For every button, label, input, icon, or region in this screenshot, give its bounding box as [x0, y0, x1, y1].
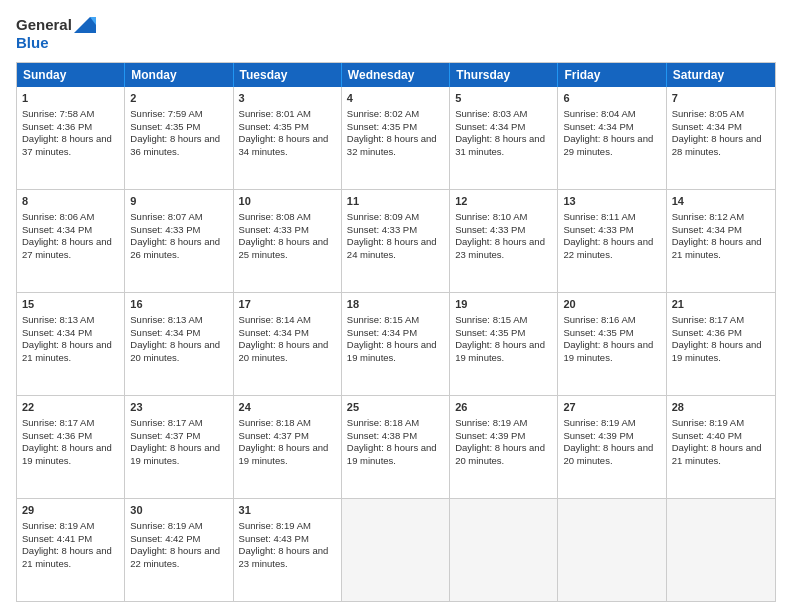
calendar-cell: 29Sunrise: 8:19 AMSunset: 4:41 PMDayligh…: [17, 499, 125, 601]
sunset-text: Sunset: 4:34 PM: [563, 121, 633, 132]
day-number: 31: [239, 503, 336, 518]
header: General Blue: [16, 16, 776, 52]
calendar-cell: 23Sunrise: 8:17 AMSunset: 4:37 PMDayligh…: [125, 396, 233, 498]
calendar-cell: 20Sunrise: 8:16 AMSunset: 4:35 PMDayligh…: [558, 293, 666, 395]
calendar-week: 29Sunrise: 8:19 AMSunset: 4:41 PMDayligh…: [17, 499, 775, 601]
daylight-text: Daylight: 8 hours and 20 minutes.: [130, 339, 220, 363]
day-number: 14: [672, 194, 770, 209]
day-number: 23: [130, 400, 227, 415]
calendar-cell: 11Sunrise: 8:09 AMSunset: 4:33 PMDayligh…: [342, 190, 450, 292]
day-number: 25: [347, 400, 444, 415]
calendar-cell: 24Sunrise: 8:18 AMSunset: 4:37 PMDayligh…: [234, 396, 342, 498]
day-number: 1: [22, 91, 119, 106]
sunrise-text: Sunrise: 8:19 AM: [130, 520, 202, 531]
calendar-cell: 2Sunrise: 7:59 AMSunset: 4:35 PMDaylight…: [125, 87, 233, 189]
calendar-header: SundayMondayTuesdayWednesdayThursdayFrid…: [17, 63, 775, 87]
sunset-text: Sunset: 4:35 PM: [130, 121, 200, 132]
sunset-text: Sunset: 4:35 PM: [347, 121, 417, 132]
calendar-day-header: Thursday: [450, 63, 558, 87]
calendar-cell-empty: [450, 499, 558, 601]
calendar-cell: 7Sunrise: 8:05 AMSunset: 4:34 PMDaylight…: [667, 87, 775, 189]
daylight-text: Daylight: 8 hours and 22 minutes.: [130, 545, 220, 569]
calendar-cell: 1Sunrise: 7:58 AMSunset: 4:36 PMDaylight…: [17, 87, 125, 189]
sunrise-text: Sunrise: 8:01 AM: [239, 108, 311, 119]
daylight-text: Daylight: 8 hours and 21 minutes.: [672, 236, 762, 260]
daylight-text: Daylight: 8 hours and 24 minutes.: [347, 236, 437, 260]
logo: General Blue: [16, 16, 96, 52]
day-number: 18: [347, 297, 444, 312]
day-number: 7: [672, 91, 770, 106]
sunset-text: Sunset: 4:33 PM: [455, 224, 525, 235]
daylight-text: Daylight: 8 hours and 19 minutes.: [672, 339, 762, 363]
day-number: 16: [130, 297, 227, 312]
sunrise-text: Sunrise: 7:58 AM: [22, 108, 94, 119]
sunrise-text: Sunrise: 8:19 AM: [22, 520, 94, 531]
sunset-text: Sunset: 4:35 PM: [563, 327, 633, 338]
calendar-cell: 19Sunrise: 8:15 AMSunset: 4:35 PMDayligh…: [450, 293, 558, 395]
calendar-week: 15Sunrise: 8:13 AMSunset: 4:34 PMDayligh…: [17, 293, 775, 396]
daylight-text: Daylight: 8 hours and 19 minutes.: [130, 442, 220, 466]
sunset-text: Sunset: 4:34 PM: [672, 121, 742, 132]
sunrise-text: Sunrise: 8:18 AM: [239, 417, 311, 428]
sunrise-text: Sunrise: 8:04 AM: [563, 108, 635, 119]
sunrise-text: Sunrise: 8:16 AM: [563, 314, 635, 325]
daylight-text: Daylight: 8 hours and 19 minutes.: [563, 339, 653, 363]
sunset-text: Sunset: 4:34 PM: [672, 224, 742, 235]
daylight-text: Daylight: 8 hours and 20 minutes.: [455, 442, 545, 466]
sunrise-text: Sunrise: 8:19 AM: [672, 417, 744, 428]
sunset-text: Sunset: 4:36 PM: [672, 327, 742, 338]
day-number: 30: [130, 503, 227, 518]
daylight-text: Daylight: 8 hours and 31 minutes.: [455, 133, 545, 157]
logo-triangle-icon: [74, 17, 96, 33]
day-number: 26: [455, 400, 552, 415]
sunrise-text: Sunrise: 8:13 AM: [22, 314, 94, 325]
calendar-cell: 10Sunrise: 8:08 AMSunset: 4:33 PMDayligh…: [234, 190, 342, 292]
day-number: 8: [22, 194, 119, 209]
calendar-cell: 17Sunrise: 8:14 AMSunset: 4:34 PMDayligh…: [234, 293, 342, 395]
sunset-text: Sunset: 4:33 PM: [239, 224, 309, 235]
day-number: 2: [130, 91, 227, 106]
daylight-text: Daylight: 8 hours and 23 minutes.: [455, 236, 545, 260]
daylight-text: Daylight: 8 hours and 28 minutes.: [672, 133, 762, 157]
daylight-text: Daylight: 8 hours and 19 minutes.: [239, 442, 329, 466]
calendar-body: 1Sunrise: 7:58 AMSunset: 4:36 PMDaylight…: [17, 87, 775, 601]
daylight-text: Daylight: 8 hours and 19 minutes.: [347, 339, 437, 363]
sunrise-text: Sunrise: 8:19 AM: [239, 520, 311, 531]
sunrise-text: Sunrise: 8:06 AM: [22, 211, 94, 222]
sunrise-text: Sunrise: 8:17 AM: [22, 417, 94, 428]
daylight-text: Daylight: 8 hours and 21 minutes.: [22, 545, 112, 569]
calendar-cell: 4Sunrise: 8:02 AMSunset: 4:35 PMDaylight…: [342, 87, 450, 189]
day-number: 13: [563, 194, 660, 209]
calendar-cell: 25Sunrise: 8:18 AMSunset: 4:38 PMDayligh…: [342, 396, 450, 498]
calendar-cell: 9Sunrise: 8:07 AMSunset: 4:33 PMDaylight…: [125, 190, 233, 292]
sunrise-text: Sunrise: 8:05 AM: [672, 108, 744, 119]
calendar-cell: 21Sunrise: 8:17 AMSunset: 4:36 PMDayligh…: [667, 293, 775, 395]
sunset-text: Sunset: 4:34 PM: [239, 327, 309, 338]
sunrise-text: Sunrise: 8:11 AM: [563, 211, 635, 222]
daylight-text: Daylight: 8 hours and 20 minutes.: [563, 442, 653, 466]
day-number: 20: [563, 297, 660, 312]
sunrise-text: Sunrise: 8:19 AM: [563, 417, 635, 428]
daylight-text: Daylight: 8 hours and 27 minutes.: [22, 236, 112, 260]
sunset-text: Sunset: 4:39 PM: [563, 430, 633, 441]
calendar-cell: 28Sunrise: 8:19 AMSunset: 4:40 PMDayligh…: [667, 396, 775, 498]
calendar-day-header: Tuesday: [234, 63, 342, 87]
sunset-text: Sunset: 4:35 PM: [455, 327, 525, 338]
calendar-week: 1Sunrise: 7:58 AMSunset: 4:36 PMDaylight…: [17, 87, 775, 190]
sunset-text: Sunset: 4:34 PM: [347, 327, 417, 338]
calendar-cell: 13Sunrise: 8:11 AMSunset: 4:33 PMDayligh…: [558, 190, 666, 292]
calendar-cell: 14Sunrise: 8:12 AMSunset: 4:34 PMDayligh…: [667, 190, 775, 292]
day-number: 3: [239, 91, 336, 106]
sunset-text: Sunset: 4:33 PM: [563, 224, 633, 235]
daylight-text: Daylight: 8 hours and 21 minutes.: [22, 339, 112, 363]
sunrise-text: Sunrise: 8:02 AM: [347, 108, 419, 119]
sunrise-text: Sunrise: 8:17 AM: [672, 314, 744, 325]
day-number: 6: [563, 91, 660, 106]
day-number: 12: [455, 194, 552, 209]
day-number: 10: [239, 194, 336, 209]
calendar-cell: 8Sunrise: 8:06 AMSunset: 4:34 PMDaylight…: [17, 190, 125, 292]
logo-text-blue: Blue: [16, 34, 49, 52]
day-number: 19: [455, 297, 552, 312]
sunrise-text: Sunrise: 8:13 AM: [130, 314, 202, 325]
daylight-text: Daylight: 8 hours and 22 minutes.: [563, 236, 653, 260]
